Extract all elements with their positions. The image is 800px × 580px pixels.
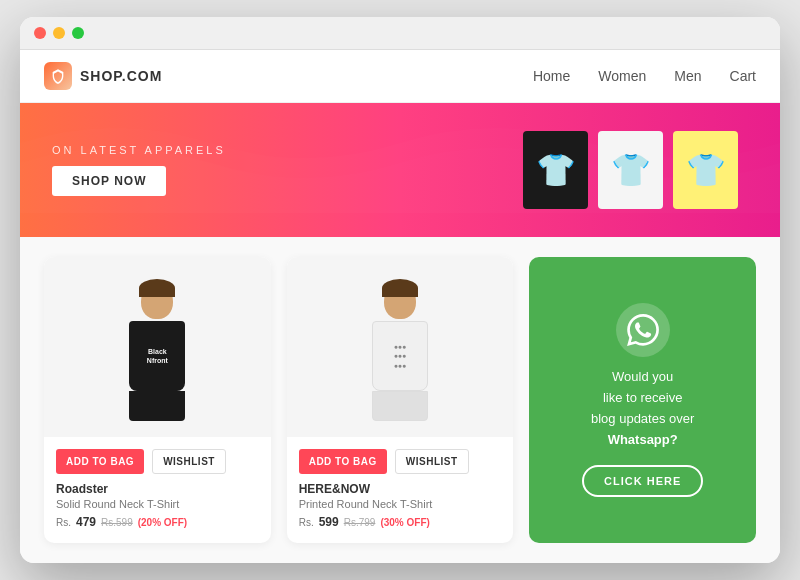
click-here-button[interactable]: CLICK HERE	[582, 465, 703, 497]
model-head-1	[141, 283, 173, 319]
nav-link-women[interactable]: Women	[598, 68, 646, 84]
nav-item-home[interactable]: Home	[533, 67, 570, 85]
whatsapp-bold-text: Whatsapp?	[608, 432, 678, 447]
price-original-2: Rs.799	[344, 517, 376, 528]
product-card-2: ●●●●●●●●● ADD TO BAG WISHLIST HERE&NOW P…	[287, 257, 514, 543]
product-name-2: Printed Round Neck T-Shirt	[299, 498, 502, 510]
product-actions-1: ADD TO BAG WISHLIST	[44, 437, 271, 474]
banner-products: 👕 👕 👕	[523, 131, 738, 209]
price-label-2: Rs.	[299, 517, 314, 528]
whatsapp-text: Would you like to receive blog updates o…	[591, 367, 694, 450]
nav-link-men[interactable]: Men	[674, 68, 701, 84]
add-to-bag-button-2[interactable]: ADD TO BAG	[299, 449, 387, 474]
nav-links: Home Women Men Cart	[533, 67, 756, 85]
product-name-1: Solid Round Neck T-Shirt	[56, 498, 259, 510]
whatsapp-icon	[627, 314, 659, 346]
banner-product-3: 👕	[673, 131, 738, 209]
wishlist-button-2[interactable]: WISHLIST	[395, 449, 469, 474]
products-grid: BlackNfront ADD TO BAG WISHLIST Roadster…	[44, 257, 756, 543]
banner-product-1: 👕	[523, 131, 588, 209]
product-pricing-2: Rs.599 Rs.799 (30% OFF)	[299, 515, 502, 529]
model-body-1: BlackNfront	[129, 321, 185, 391]
main-content: BlackNfront ADD TO BAG WISHLIST Roadster…	[20, 237, 780, 563]
product-brand-2: HERE&NOW	[299, 482, 502, 496]
price-label-1: Rs.	[56, 517, 71, 528]
product-image-area-1: BlackNfront	[44, 257, 271, 437]
banner: ON LATEST APPARELS SHOP NOW 👕 👕 👕	[20, 103, 780, 237]
logo-text: SHOP.COM	[80, 68, 162, 84]
nav-link-cart[interactable]: Cart	[730, 68, 756, 84]
product-pricing-1: Rs.479 Rs.599 (20% OFF)	[56, 515, 259, 529]
shop-now-button[interactable]: SHOP NOW	[52, 166, 166, 196]
product-image-area-2: ●●●●●●●●●	[287, 257, 514, 437]
navbar: SHOP.COM Home Women Men Cart	[20, 50, 780, 103]
price-discount-2: (30% OFF)	[380, 517, 429, 528]
product-card-1: BlackNfront ADD TO BAG WISHLIST Roadster…	[44, 257, 271, 543]
maximize-button[interactable]	[72, 27, 84, 39]
close-button[interactable]	[34, 27, 46, 39]
nav-item-women[interactable]: Women	[598, 67, 646, 85]
whatsapp-card: Would you like to receive blog updates o…	[529, 257, 756, 543]
whatsapp-icon-circle	[616, 303, 670, 357]
browser-titlebar	[20, 17, 780, 50]
product-info-2: HERE&NOW Printed Round Neck T-Shirt Rs.5…	[287, 474, 514, 529]
banner-subtitle: ON LATEST APPARELS	[52, 144, 523, 156]
nav-link-home[interactable]: Home	[533, 68, 570, 84]
logo-icon	[44, 62, 72, 90]
add-to-bag-button-1[interactable]: ADD TO BAG	[56, 449, 144, 474]
price-original-1: Rs.599	[101, 517, 133, 528]
price-discount-1: (20% OFF)	[138, 517, 187, 528]
banner-product-2: 👕	[598, 131, 663, 209]
model-body-2: ●●●●●●●●●	[372, 321, 428, 391]
model-head-2	[384, 283, 416, 319]
product-info-1: Roadster Solid Round Neck T-Shirt Rs.479…	[44, 474, 271, 529]
nav-item-men[interactable]: Men	[674, 67, 701, 85]
wishlist-button-1[interactable]: WISHLIST	[152, 449, 226, 474]
minimize-button[interactable]	[53, 27, 65, 39]
banner-text-area: ON LATEST APPARELS SHOP NOW	[52, 144, 523, 196]
price-current-2: 599	[319, 515, 339, 529]
nav-item-cart[interactable]: Cart	[730, 67, 756, 85]
logo-area: SHOP.COM	[44, 62, 162, 90]
browser-window: SHOP.COM Home Women Men Cart ON LATEST A…	[20, 17, 780, 563]
product-brand-1: Roadster	[56, 482, 259, 496]
price-current-1: 479	[76, 515, 96, 529]
product-actions-2: ADD TO BAG WISHLIST	[287, 437, 514, 474]
